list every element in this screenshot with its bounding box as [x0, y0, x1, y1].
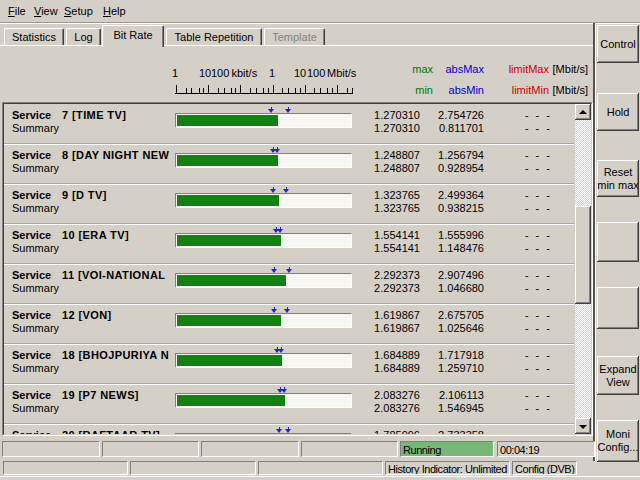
service-name: 9 [D TV]: [62, 189, 173, 202]
service-row[interactable]: Service11 [VOI-NATIONALSummary2.2923732.…: [4, 265, 574, 305]
ruler-minor-tick: [352, 88, 353, 93]
tab-log[interactable]: Log: [66, 28, 101, 46]
service-name: 8 [DAY NIGHT NEW: [62, 149, 173, 162]
ruler-minor-tick: [300, 88, 301, 93]
status-panel-empty: [301, 441, 398, 457]
limitmax-value: - - -: [472, 229, 552, 242]
service-row[interactable]: Service7 [TIME TV]Summary1.2703102.75472…: [4, 105, 574, 145]
softkey-blank-1[interactable]: [597, 222, 639, 262]
scrollbar-up-button[interactable]: [575, 104, 591, 120]
expand-button-label: Expand: [597, 363, 639, 376]
abs-min-marker-icon: [271, 269, 277, 273]
service-row[interactable]: Service19 [P7 NEWS]Summary2.0832762.1061…: [4, 385, 574, 425]
hold-button[interactable]: Hold: [597, 93, 639, 131]
limitmin-value: - - -: [472, 202, 552, 215]
limitmin-value: - - -: [472, 402, 552, 415]
service-summary-label: Summary: [12, 282, 59, 295]
bitrate-bar-fill: [177, 355, 282, 366]
vertical-scrollbar[interactable]: [575, 104, 591, 434]
bitrate-bar-fill: [177, 115, 278, 126]
status-panel-empty: [3, 461, 128, 475]
expand-view-button[interactable]: ExpandView: [597, 356, 639, 395]
abs-max-marker-icon: [285, 109, 291, 113]
service-name: 12 [VON]: [62, 309, 173, 322]
service-summary-label: Summary: [12, 402, 59, 415]
ruler-minor-tick: [295, 88, 296, 93]
application-window: File View Setup Help Statistics Log Bit …: [0, 0, 640, 480]
ruler-major-tick: [240, 85, 241, 93]
abs-max-marker-icon: [283, 189, 289, 193]
softkey-blank-2[interactable]: [597, 287, 639, 329]
menu-view[interactable]: View: [32, 4, 60, 19]
service-row[interactable]: Service20 [RAFTAAR TV]Summary1.7859962.7…: [4, 425, 574, 434]
menu-setup[interactable]: Setup: [62, 4, 95, 19]
ruler-minor-tick: [268, 88, 269, 93]
status-running-indicator: Running: [400, 441, 494, 457]
service-row[interactable]: Service18 [BHOJPURIYA NSummary1.6848891.…: [4, 345, 574, 385]
scrollbar-thumb[interactable]: [575, 206, 591, 304]
hold-button-label: Hold: [597, 106, 639, 119]
service-label: Service: [12, 229, 51, 242]
limitmax-value: - - -: [472, 149, 552, 162]
status-panel-empty: [201, 441, 299, 457]
ruler-minor-tick: [203, 88, 204, 93]
service-summary-label: Summary: [12, 122, 59, 135]
menu-bar: File View Setup Help: [0, 0, 640, 22]
moni-button-label: Moni: [597, 428, 639, 441]
ruler-minor-tick: [263, 88, 264, 93]
ruler-major-tick: [273, 85, 274, 93]
abs-max-marker-icon: [274, 149, 280, 153]
status-elapsed-time: 00:04:19: [497, 441, 595, 457]
column-header-absmin: absMin: [422, 84, 484, 96]
status-panel-empty: [130, 461, 256, 475]
ruler-major-tick: [305, 85, 306, 93]
ruler-minor-tick: [314, 88, 315, 93]
ruler-minor-tick: [218, 88, 219, 93]
service-label: Service: [12, 149, 51, 162]
service-row[interactable]: Service8 [DAY NIGHT NEWSummary1.2488071.…: [4, 145, 574, 185]
reset-min-max-button[interactable]: Resetmin max: [597, 160, 639, 197]
menu-help[interactable]: Help: [101, 4, 128, 19]
down-arrow-icon: [579, 425, 587, 429]
service-row[interactable]: Service9 [D TV]Summary1.3237652.499364- …: [4, 185, 574, 225]
service-row[interactable]: Service10 [ERA TV]Summary1.5541411.55599…: [4, 225, 574, 265]
scrollbar-down-button[interactable]: [575, 418, 591, 434]
column-header-unit-min: [Mbit/s]: [526, 84, 588, 96]
tab-statistics[interactable]: Statistics: [4, 28, 64, 46]
menu-hotkey-underline: V: [34, 5, 41, 17]
tab-bit-rate[interactable]: Bit Rate: [102, 25, 164, 47]
status-panel-empty: [2, 441, 100, 457]
menu-file[interactable]: File: [6, 4, 28, 19]
history-indicator-label: History Indicator: Unlimited: [388, 463, 507, 475]
service-row[interactable]: Service12 [VON]Summary1.6198672.675705- …: [4, 305, 574, 345]
service-name: 19 [P7 NEWS]: [62, 389, 173, 402]
control-button-label: Control: [597, 38, 639, 51]
abs-min-marker-icon: [268, 109, 274, 113]
ruler-major-tick: [208, 85, 209, 93]
service-label: Service: [12, 389, 51, 402]
ruler-minor-tick: [250, 88, 251, 93]
abs-max-marker-icon: [277, 229, 283, 233]
scale-label: 10: [294, 67, 306, 79]
bitrate-bar: [175, 433, 352, 434]
tab-table-repetition[interactable]: Table Repetition: [166, 28, 262, 46]
bit-rate-pane: 1 10 100 kbit/s 1 10 100 Mbit/s max absM…: [0, 45, 593, 437]
scale-label: 10: [199, 67, 211, 79]
service-table-border: Service7 [TIME TV]Summary1.2703102.75472…: [3, 103, 592, 435]
ruler-minor-tick: [231, 88, 232, 93]
limitmax-value: - - -: [472, 189, 552, 202]
service-summary-label: Summary: [12, 162, 59, 175]
bitrate-bar: [175, 193, 352, 208]
limitmin-value: - - -: [472, 282, 552, 295]
limitmax-value: - - -: [472, 389, 552, 402]
service-label: Service: [12, 429, 51, 434]
bitrate-bar-fill: [177, 235, 281, 246]
control-button[interactable]: Control: [597, 25, 639, 63]
bitrate-bar-fill: [177, 315, 281, 326]
bitrate-bar: [175, 113, 352, 128]
tab-template: Template: [264, 28, 325, 46]
ruler-minor-tick: [282, 88, 283, 93]
ruler-minor-tick: [347, 88, 348, 93]
service-name: 20 [RAFTAAR TV]: [62, 429, 173, 434]
moni-config-button[interactable]: MoniConfig...: [597, 420, 639, 462]
